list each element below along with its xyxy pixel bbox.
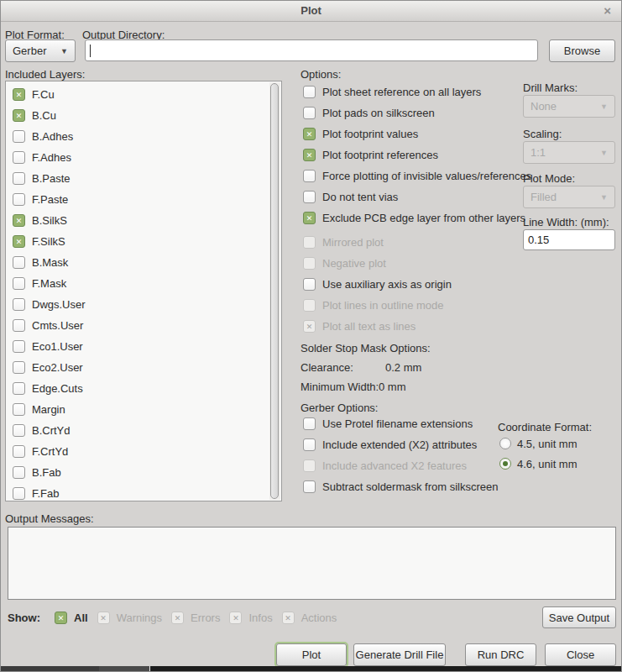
option-plot-pads-on-silkscreen[interactable]: Plot pads on silkscreen <box>303 102 531 123</box>
show-filter-items: AllWarningsErrorsInfosActions <box>55 607 346 628</box>
checkbox-icon[interactable] <box>13 382 25 395</box>
titlebar[interactable]: Plot × <box>1 1 621 22</box>
show-filter-all[interactable]: All <box>55 607 88 628</box>
layer-f-mask[interactable]: F.Mask <box>13 273 268 294</box>
gerber-option-label: Include advanced X2 features <box>322 459 467 472</box>
radio-selected-icon[interactable] <box>499 458 511 470</box>
option-label: Use auxiliary axis as origin <box>322 278 452 291</box>
layer-edge-cuts[interactable]: Edge.Cuts <box>13 378 268 399</box>
option-do-not-tent-vias[interactable]: Do not tent vias <box>303 186 531 207</box>
show-filter-label: Warnings <box>117 612 162 624</box>
checkbox-checked-icon[interactable] <box>13 109 25 122</box>
layer-f-crtyd[interactable]: F.CrtYd <box>13 441 268 462</box>
layer-f-paste[interactable]: F.Paste <box>13 189 268 210</box>
layer-cmts-user[interactable]: Cmts.User <box>13 315 268 336</box>
checkbox-icon[interactable] <box>13 466 25 479</box>
checkbox-checked-icon[interactable] <box>303 212 316 224</box>
checkbox-icon[interactable] <box>13 130 25 143</box>
show-filter-infos: Infos <box>229 607 272 628</box>
close-icon[interactable]: × <box>604 3 611 18</box>
checkbox-checked-icon[interactable] <box>55 612 67 624</box>
checkbox-icon[interactable] <box>303 278 316 291</box>
layer-label: F.CrtYd <box>32 445 68 458</box>
line-width-input[interactable]: 0.15 <box>523 229 615 250</box>
layer-b-adhes[interactable]: B.Adhes <box>13 126 268 147</box>
save-output-button[interactable]: Save Output <box>542 606 616 628</box>
layers-scrollbar[interactable] <box>269 82 280 500</box>
option-force-plotting-of-invisible-values-references[interactable]: Force plotting of invisible values/refer… <box>303 165 531 186</box>
drill-marks-dropdown: None ▼ <box>523 95 615 118</box>
checkbox-icon[interactable] <box>13 487 25 500</box>
gerber-option-include-extended-x2-attributes[interactable]: Include extended (X2) attributes <box>303 434 499 455</box>
option-negative-plot: Negative plot <box>303 253 531 274</box>
checkbox-icon[interactable] <box>13 319 25 332</box>
checkbox-checked-icon[interactable] <box>13 214 25 227</box>
output-directory-input[interactable] <box>85 39 538 61</box>
layer-f-cu[interactable]: F.Cu <box>13 84 268 105</box>
layer-label: F.Mask <box>32 277 66 290</box>
layer-f-adhes[interactable]: F.Adhes <box>13 147 268 168</box>
checkbox-icon[interactable] <box>13 361 25 374</box>
plot-format-dropdown[interactable]: Gerber ▼ <box>5 39 76 62</box>
checkbox-icon[interactable] <box>303 417 316 430</box>
option-use-auxiliary-axis-as-origin[interactable]: Use auxiliary axis as origin <box>303 274 531 295</box>
layer-eco1-user[interactable]: Eco1.User <box>13 336 268 357</box>
checkbox-icon[interactable] <box>303 170 316 182</box>
layer-b-paste[interactable]: B.Paste <box>13 168 268 189</box>
option-label: Negative plot <box>322 257 386 270</box>
checkbox-icon[interactable] <box>303 191 316 203</box>
solder-mask-options-label: Solder Stop Mask Options: <box>301 342 431 354</box>
layer-eco2-user[interactable]: Eco2.User <box>13 357 268 378</box>
run-drc-button[interactable]: Run DRC <box>465 643 536 666</box>
gerber-option-use-protel-filename-extensions[interactable]: Use Protel filename extensions <box>303 413 499 434</box>
layer-b-cu[interactable]: B.Cu <box>13 105 268 126</box>
checkbox-icon[interactable] <box>13 340 25 353</box>
window-title: Plot <box>1 4 621 17</box>
layer-b-silks[interactable]: B.SilkS <box>13 210 268 231</box>
checkbox-icon[interactable] <box>13 193 25 206</box>
layer-margin[interactable]: Margin <box>13 399 268 420</box>
checkbox-checked-icon[interactable] <box>13 235 25 248</box>
layer-f-silks[interactable]: F.SilkS <box>13 231 268 252</box>
checkbox-checked-icon[interactable] <box>303 128 316 140</box>
included-layers-list[interactable]: F.CuB.CuB.AdhesF.AdhesB.PasteF.PasteB.Si… <box>5 81 282 501</box>
checkbox-icon[interactable] <box>303 438 316 451</box>
checkbox-icon[interactable] <box>13 403 25 416</box>
layer-dwgs-user[interactable]: Dwgs.User <box>13 294 268 315</box>
option-plot-footprint-values[interactable]: Plot footprint values <box>303 123 531 144</box>
option-plot-footprint-references[interactable]: Plot footprint references <box>303 144 531 165</box>
layer-rows: F.CuB.CuB.AdhesF.AdhesB.PasteF.PasteB.Si… <box>13 84 268 501</box>
checkbox-checked-icon[interactable] <box>303 149 316 161</box>
layer-b-crtyd[interactable]: B.CrtYd <box>13 420 268 441</box>
checkbox-icon[interactable] <box>303 107 316 119</box>
checkbox-icon[interactable] <box>13 151 25 164</box>
coordinate-format-4-5-unit-mm[interactable]: 4.5, unit mm <box>499 433 578 454</box>
plot-button[interactable]: Plot <box>276 643 347 666</box>
layer-f-fab[interactable]: F.Fab <box>13 483 268 504</box>
checkbox-icon[interactable] <box>13 256 25 269</box>
close-button[interactable]: Close <box>545 643 616 666</box>
option-plot-all-text-as-lines: Plot all text as lines <box>303 316 531 337</box>
checkbox-icon[interactable] <box>303 86 316 98</box>
checkbox-icon[interactable] <box>13 445 25 458</box>
checkbox-icon[interactable] <box>303 480 316 493</box>
checkbox-icon[interactable] <box>13 424 25 437</box>
checkbox-icon[interactable] <box>13 277 25 290</box>
checkbox-icon[interactable] <box>13 298 25 311</box>
checkbox-icon[interactable] <box>13 172 25 185</box>
browse-button[interactable]: Browse <box>549 39 615 62</box>
checkbox-icon <box>303 459 316 472</box>
layer-b-mask[interactable]: B.Mask <box>13 252 268 273</box>
gerber-option-subtract-soldermask-from-silkscreen[interactable]: Subtract soldermask from silkscreen <box>303 476 499 497</box>
layer-b-fab[interactable]: B.Fab <box>13 462 268 483</box>
checkbox-icon <box>303 299 316 312</box>
coordinate-format-4-6-unit-mm[interactable]: 4.6, unit mm <box>499 454 578 474</box>
layers-scrollbar-thumb[interactable] <box>270 83 279 499</box>
option-plot-sheet-reference-on-all-layers[interactable]: Plot sheet reference on all layers <box>303 81 531 102</box>
output-messages-box[interactable] <box>8 527 616 600</box>
generate-drill-file-button[interactable]: Generate Drill File <box>353 643 446 666</box>
option-exclude-pcb-edge-layer-from-other-layers[interactable]: Exclude PCB edge layer from other layers <box>303 207 531 228</box>
radio-icon[interactable] <box>499 438 511 449</box>
layer-label: B.Cu <box>32 109 56 122</box>
checkbox-checked-icon[interactable] <box>13 88 25 101</box>
